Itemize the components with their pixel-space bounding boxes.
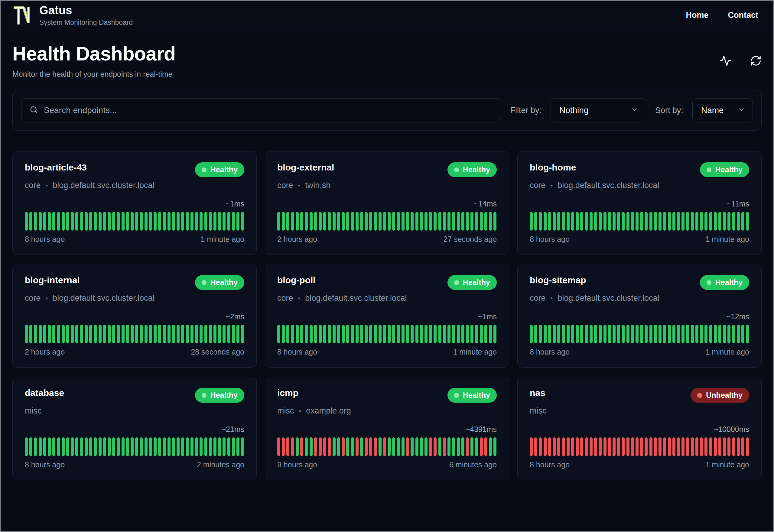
down-bar[interactable] — [466, 437, 469, 456]
up-bar[interactable] — [424, 325, 428, 343]
up-bar[interactable] — [544, 325, 547, 343]
up-bar[interactable] — [557, 212, 560, 231]
up-bar[interactable] — [681, 212, 685, 231]
up-bar[interactable] — [571, 325, 574, 343]
up-bar[interactable] — [649, 212, 652, 231]
up-bar[interactable] — [599, 325, 602, 343]
up-bar[interactable] — [534, 212, 537, 231]
endpoint-card[interactable]: blog-sitemap Healthy core • blog.default… — [517, 264, 762, 368]
down-bar[interactable] — [714, 437, 717, 456]
up-bar[interactable] — [71, 325, 74, 343]
up-bar[interactable] — [186, 212, 189, 231]
up-bar[interactable] — [475, 437, 478, 456]
down-bar[interactable] — [622, 437, 625, 456]
up-bar[interactable] — [213, 212, 216, 231]
down-bar[interactable] — [314, 437, 317, 456]
up-bar[interactable] — [567, 325, 570, 343]
up-bar[interactable] — [305, 325, 308, 343]
down-bar[interactable] — [594, 437, 597, 456]
up-bar[interactable] — [727, 212, 730, 231]
up-bar[interactable] — [346, 212, 349, 231]
up-bar[interactable] — [323, 212, 326, 231]
up-bar[interactable] — [594, 212, 597, 231]
up-bar[interactable] — [718, 212, 721, 231]
down-bar[interactable] — [291, 437, 294, 456]
down-bar[interactable] — [686, 437, 689, 456]
up-bar[interactable] — [379, 212, 382, 231]
up-bar[interactable] — [145, 212, 148, 231]
up-bar[interactable] — [723, 212, 726, 231]
up-bar[interactable] — [108, 437, 111, 456]
up-bar[interactable] — [154, 325, 157, 343]
up-bar[interactable] — [52, 212, 55, 231]
up-bar[interactable] — [709, 325, 712, 343]
up-bar[interactable] — [461, 325, 464, 343]
up-bar[interactable] — [286, 325, 289, 343]
up-bar[interactable] — [89, 325, 92, 343]
down-bar[interactable] — [539, 437, 542, 456]
up-bar[interactable] — [314, 212, 317, 231]
up-bar[interactable] — [406, 325, 409, 343]
down-bar[interactable] — [443, 437, 446, 456]
up-bar[interactable] — [388, 212, 391, 231]
up-bar[interactable] — [737, 325, 740, 343]
down-bar[interactable] — [709, 437, 712, 456]
up-bar[interactable] — [236, 212, 239, 231]
refresh-icon[interactable] — [750, 55, 762, 67]
up-bar[interactable] — [80, 325, 83, 343]
up-bar[interactable] — [39, 212, 42, 231]
up-bar[interactable] — [167, 325, 171, 343]
up-bar[interactable] — [645, 212, 648, 231]
up-bar[interactable] — [613, 325, 616, 343]
up-bar[interactable] — [112, 212, 115, 231]
up-bar[interactable] — [470, 212, 473, 231]
up-bar[interactable] — [438, 212, 441, 231]
up-bar[interactable] — [209, 212, 212, 231]
down-bar[interactable] — [323, 437, 326, 456]
up-bar[interactable] — [25, 212, 28, 231]
down-bar[interactable] — [567, 437, 570, 456]
down-bar[interactable] — [603, 437, 607, 456]
up-bar[interactable] — [402, 212, 405, 231]
up-bar[interactable] — [200, 325, 203, 343]
up-bar[interactable] — [484, 325, 487, 343]
down-bar[interactable] — [691, 437, 694, 456]
up-bar[interactable] — [34, 212, 37, 231]
up-bar[interactable] — [562, 325, 565, 343]
up-bar[interactable] — [411, 325, 414, 343]
up-bar[interactable] — [539, 325, 542, 343]
up-bar[interactable] — [379, 325, 382, 343]
up-bar[interactable] — [700, 212, 703, 231]
up-bar[interactable] — [631, 212, 634, 231]
up-bar[interactable] — [360, 437, 363, 456]
up-bar[interactable] — [659, 325, 662, 343]
up-bar[interactable] — [668, 325, 671, 343]
up-bar[interactable] — [631, 325, 634, 343]
up-bar[interactable] — [99, 437, 102, 456]
up-bar[interactable] — [466, 325, 469, 343]
down-bar[interactable] — [599, 437, 602, 456]
up-bar[interactable] — [85, 437, 88, 456]
up-bar[interactable] — [80, 212, 83, 231]
up-bar[interactable] — [305, 437, 308, 456]
up-bar[interactable] — [131, 437, 134, 456]
up-bar[interactable] — [75, 437, 78, 456]
up-bar[interactable] — [704, 325, 707, 343]
up-bar[interactable] — [388, 325, 391, 343]
up-bar[interactable] — [282, 212, 285, 231]
up-bar[interactable] — [319, 325, 322, 343]
up-bar[interactable] — [154, 212, 157, 231]
up-bar[interactable] — [99, 212, 102, 231]
up-bar[interactable] — [530, 325, 533, 343]
up-bar[interactable] — [429, 325, 432, 343]
down-bar[interactable] — [369, 437, 372, 456]
up-bar[interactable] — [411, 212, 414, 231]
down-bar[interactable] — [534, 437, 537, 456]
up-bar[interactable] — [328, 212, 331, 231]
up-bar[interactable] — [57, 325, 60, 343]
up-bar[interactable] — [52, 325, 55, 343]
up-bar[interactable] — [590, 212, 593, 231]
down-bar[interactable] — [741, 437, 744, 456]
up-bar[interactable] — [25, 325, 28, 343]
up-bar[interactable] — [640, 212, 643, 231]
